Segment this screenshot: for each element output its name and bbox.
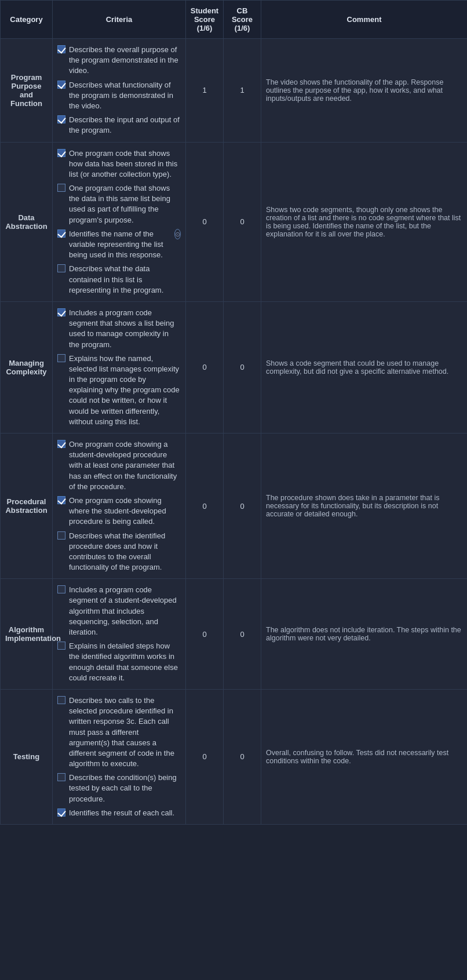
criteria-text: One program code showing where the stude… <box>69 496 181 527</box>
criteria-text: Describes two calls to the selected proc… <box>69 695 181 769</box>
checkbox-unchecked[interactable] <box>57 531 65 540</box>
comment-cell: The algorithm does not include iteration… <box>261 579 468 690</box>
criteria-item: One program code showing a student-devel… <box>57 439 181 492</box>
comment-cell: Overall, confusing to follow. Tests did … <box>261 689 468 824</box>
checkbox-unchecked[interactable] <box>57 264 65 272</box>
criteria-item: Includes a program code segment that sho… <box>57 308 181 350</box>
student-score-cell: 0 <box>186 142 224 301</box>
criteria-item: Explains how the named, selected list ma… <box>57 354 181 427</box>
criteria-text: Describes what functionality of the prog… <box>69 80 181 112</box>
criteria-item: Describes the condition(s) being tested … <box>57 773 181 804</box>
criteria-cell: One program code showing a student-devel… <box>53 433 186 579</box>
criteria-cell: Includes a program code segment that sho… <box>53 301 186 433</box>
criteria-text: One program code that shows how data has… <box>69 148 181 180</box>
student-score-cell: 0 <box>186 433 224 579</box>
criteria-item: Explains in detailed steps how the ident… <box>57 641 181 683</box>
criteria-text: Explains how the named, selected list ma… <box>69 354 181 427</box>
category-cell: Testing <box>1 689 53 824</box>
criteria-item: Describes the overall purpose of the pro… <box>57 45 181 76</box>
checkbox-checked[interactable] <box>57 496 65 504</box>
checkbox-checked[interactable] <box>57 45 65 53</box>
checkbox-checked[interactable] <box>57 808 65 817</box>
criteria-item: One program code that shows the data in … <box>57 183 181 225</box>
header-criteria: Criteria <box>53 1 186 39</box>
criteria-text: Includes a program code segment that sho… <box>69 308 181 350</box>
criteria-text: Describes what the data contained in thi… <box>69 264 181 296</box>
checkbox-checked[interactable] <box>57 440 65 448</box>
criteria-item: Includes a program code segment of a stu… <box>57 585 181 637</box>
checkbox-checked[interactable] <box>57 149 65 157</box>
checkbox-checked[interactable] <box>57 308 65 316</box>
checkbox-checked[interactable] <box>57 229 65 238</box>
criteria-text: Identifies the result of each call. <box>69 808 174 818</box>
criteria-item: Describes what functionality of the prog… <box>57 80 181 112</box>
criteria-item: Describes the input and output of the pr… <box>57 115 181 136</box>
criteria-text: Describes the condition(s) being tested … <box>69 773 181 804</box>
checkbox-checked[interactable] <box>57 81 65 89</box>
comment-cell: The procedure shown does take in a param… <box>261 433 468 579</box>
checkbox-unchecked[interactable] <box>57 642 65 650</box>
cb-score-cell: 0 <box>224 142 261 301</box>
criteria-text: Includes a program code segment of a stu… <box>69 585 181 637</box>
comment-cell: Shows two code segments, though only one… <box>261 142 468 301</box>
student-score-cell: 0 <box>186 301 224 433</box>
cb-score-cell: 0 <box>224 579 261 690</box>
cb-score-cell: 0 <box>224 689 261 824</box>
comment-cell: Shows a code segment that could be used … <box>261 301 468 433</box>
criteria-cell: Includes a program code segment of a stu… <box>53 579 186 690</box>
criteria-text: Describes the input and output of the pr… <box>69 115 181 136</box>
cb-score-cell: 0 <box>224 301 261 433</box>
criteria-text: Identifies the name of the variable repr… <box>69 229 172 261</box>
cb-score-cell: 1 <box>224 39 261 143</box>
criteria-cell: One program code that shows how data has… <box>53 142 186 301</box>
header-comment: Comment <box>261 1 468 39</box>
category-cell: Data Abstraction <box>1 142 53 301</box>
comment-cell: The video shows the functionality of the… <box>261 39 468 143</box>
criteria-item: Describes two calls to the selected proc… <box>57 695 181 769</box>
cb-score-cell: 0 <box>224 433 261 579</box>
checkbox-unchecked[interactable] <box>57 184 65 192</box>
criteria-text: One program code that shows the data in … <box>69 183 181 225</box>
category-cell: Program Purpose and Function <box>1 39 53 143</box>
category-cell: Algorithm Implementation <box>1 579 53 690</box>
student-score-cell: 0 <box>186 579 224 690</box>
info-icon[interactable]: ⊙ <box>174 229 181 239</box>
category-cell: Managing Complexity <box>1 301 53 433</box>
checkbox-checked[interactable] <box>57 115 65 123</box>
criteria-item: Describes what the data contained in thi… <box>57 264 181 296</box>
criteria-item: Identifies the name of the variable repr… <box>57 229 181 261</box>
criteria-item: Describes what the identified procedure … <box>57 531 181 573</box>
criteria-cell: Describes the overall purpose of the pro… <box>53 39 186 143</box>
criteria-cell: Describes two calls to the selected proc… <box>53 689 186 824</box>
criteria-item: Identifies the result of each call. <box>57 808 181 818</box>
student-score-cell: 0 <box>186 689 224 824</box>
checkbox-unchecked[interactable] <box>57 354 65 362</box>
student-score-cell: 1 <box>186 39 224 143</box>
checkbox-unchecked[interactable] <box>57 696 65 704</box>
header-student-score: Student Score (1/6) <box>186 1 224 39</box>
checkbox-unchecked[interactable] <box>57 773 65 781</box>
criteria-item: One program code that shows how data has… <box>57 148 181 180</box>
checkbox-unchecked[interactable] <box>57 585 65 593</box>
header-cb-score: CB Score (1/6) <box>224 1 261 39</box>
criteria-text: Describes the overall purpose of the pro… <box>69 45 181 76</box>
category-cell: Procedural Abstraction <box>1 433 53 579</box>
criteria-text: Explains in detailed steps how the ident… <box>69 641 181 683</box>
criteria-text: Describes what the identified procedure … <box>69 531 181 573</box>
criteria-item: One program code showing where the stude… <box>57 496 181 527</box>
header-category: Category <box>1 1 53 39</box>
criteria-text: One program code showing a student-devel… <box>69 439 181 492</box>
